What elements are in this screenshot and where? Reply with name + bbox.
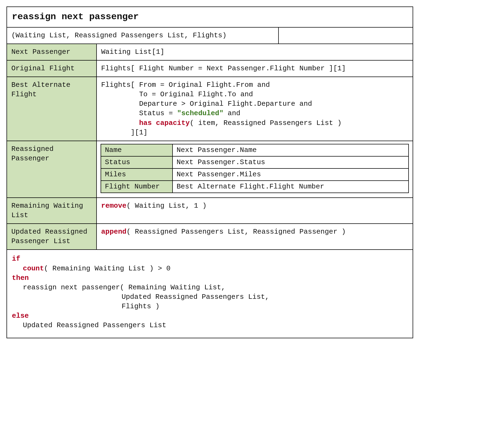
then-call-line2: Updated Reassigned Passengers List,: [12, 292, 269, 302]
keyword-remove: remove: [101, 202, 127, 210]
value-original-flight: Flights[ Flight Number = Next Passenger.…: [97, 61, 413, 77]
rp-value-name: Next Passenger.Name: [173, 144, 409, 156]
function-definition-box: reassign next passenger (Waiting List, R…: [6, 6, 413, 338]
bestalt-string-scheduled: "scheduled": [177, 109, 224, 117]
parameters-spacer: [279, 28, 413, 44]
keyword-count: count: [23, 264, 44, 273]
rp-value-flight-number: Best Alternate Flight.Flight Number: [173, 181, 409, 193]
row-remaining-waiting: Remaining Waiting List remove( Waiting L…: [7, 197, 413, 223]
bestalt-line5a: [101, 119, 139, 127]
rp-label-flight-number: Flight Number: [101, 181, 173, 193]
rp-row-status: Status Next Passenger.Status: [101, 156, 409, 168]
row-logic: if count( Remaining Waiting List ) > 0 t…: [7, 249, 413, 338]
value-updated-reassigned: append( Reassigned Passengers List, Reas…: [97, 224, 413, 249]
rp-label-status: Status: [101, 156, 173, 168]
logic-block: if count( Remaining Waiting List ) > 0 t…: [7, 250, 413, 338]
title-row: reassign next passenger: [7, 7, 413, 27]
keyword-else: else: [12, 312, 29, 320]
function-title: reassign next passenger: [7, 7, 413, 27]
label-best-alt-flight: Best Alternate Flight: [7, 77, 97, 141]
rp-row-name: Name Next Passenger.Name: [101, 144, 409, 156]
bestalt-line4a: Status =: [101, 109, 177, 117]
value-next-passenger: Waiting List[1]: [97, 44, 413, 60]
value-best-alt-flight: Flights[ From = Original Flight.From and…: [97, 77, 413, 141]
bestalt-line5c: ( item, Reassigned Passengers List ): [190, 119, 342, 127]
keyword-then: then: [12, 274, 29, 282]
bestalt-line2: To = Original Flight.To and: [101, 90, 253, 98]
remove-args: ( Waiting List, 1 ): [127, 202, 207, 210]
bestalt-line6: ][1]: [101, 128, 148, 137]
rp-value-status: Next Passenger.Status: [173, 156, 409, 168]
bestalt-keyword-hascapacity: has capacity: [139, 119, 190, 127]
label-remaining-waiting: Remaining Waiting List: [7, 198, 97, 223]
row-reassigned-passenger: Reassigned Passenger Name Next Passenger…: [7, 141, 413, 197]
append-args: ( Reassigned Passengers List, Reassigned…: [127, 228, 346, 236]
row-updated-reassigned: Updated Reassigned Passenger List append…: [7, 223, 413, 249]
value-remaining-waiting: remove( Waiting List, 1 ): [97, 198, 413, 223]
row-next-passenger: Next Passenger Waiting List[1]: [7, 44, 413, 60]
label-updated-reassigned: Updated Reassigned Passenger List: [7, 224, 97, 249]
keyword-append: append: [101, 228, 127, 236]
bestalt-line1: Flights[ From = Original Flight.From and: [101, 81, 270, 89]
rp-label-miles: Miles: [101, 168, 173, 181]
label-reassigned-passenger: Reassigned Passenger: [7, 141, 97, 197]
row-best-alt-flight: Best Alternate Flight Flights[ From = Or…: [7, 77, 413, 141]
keyword-if: if: [12, 255, 20, 263]
bestalt-line4c: and: [224, 109, 240, 117]
then-call-line1: reassign next passenger( Remaining Waiti…: [12, 283, 225, 292]
reassigned-passenger-table: Name Next Passenger.Name Status Next Pas…: [101, 144, 409, 193]
bestalt-line3: Departure > Original Flight.Departure an…: [101, 100, 312, 108]
then-call-line3: Flights ): [12, 302, 160, 311]
rp-row-miles: Miles Next Passenger.Miles: [101, 168, 409, 181]
value-reassigned-passenger: Name Next Passenger.Name Status Next Pas…: [97, 141, 413, 197]
parameters-row: (Waiting List, Reassigned Passengers Lis…: [7, 27, 413, 44]
rp-label-name: Name: [101, 144, 173, 156]
label-original-flight: Original Flight: [7, 61, 97, 77]
parameters: (Waiting List, Reassigned Passengers Lis…: [7, 28, 279, 44]
rp-value-miles: Next Passenger.Miles: [173, 168, 409, 181]
label-next-passenger: Next Passenger: [7, 44, 97, 60]
count-args: ( Remaining Waiting List ) > 0: [44, 264, 171, 273]
else-body: Updated Reassigned Passengers List: [12, 321, 166, 330]
row-original-flight: Original Flight Flights[ Flight Number =…: [7, 60, 413, 77]
rp-row-flight-number: Flight Number Best Alternate Flight.Flig…: [101, 181, 409, 193]
